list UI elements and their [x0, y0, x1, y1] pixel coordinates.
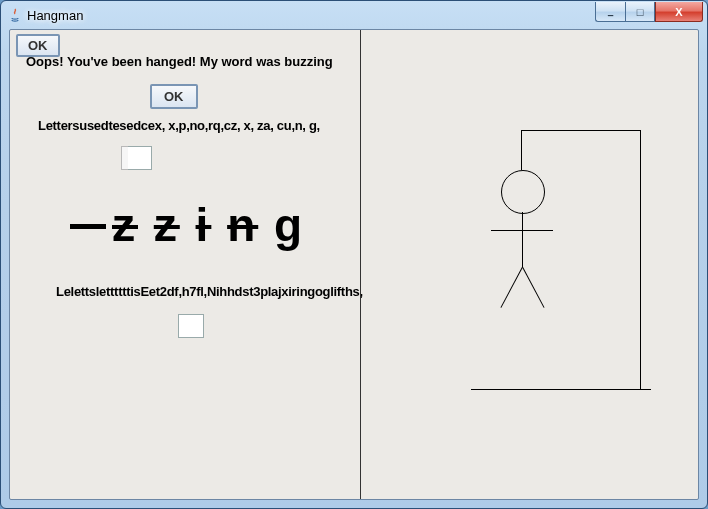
minimize-button[interactable]: –: [595, 2, 625, 22]
app-window: Hangman – □ X OK Oops! You've been hange…: [0, 0, 708, 509]
gallows-rope: [521, 130, 522, 170]
word-slot: i: [196, 199, 212, 251]
gallows-post: [640, 130, 641, 390]
letters-used-label-1: Lettersusedtesedcex, x,p,no,rq,cz, x, za…: [38, 118, 320, 133]
window-controls: – □ X: [595, 2, 703, 22]
window-title: Hangman: [27, 8, 83, 23]
word-slot: g: [274, 199, 305, 251]
word-slot: n: [227, 199, 258, 251]
right-pane: [361, 30, 698, 499]
left-pane: Oops! You've been hanged! My word was bu…: [10, 30, 360, 499]
letters-used-label-2: LelettslettttttisEet2df,h7fl,Nihhdst3pla…: [56, 284, 363, 299]
hangman-arms: [491, 230, 553, 231]
word-slot: z: [112, 199, 138, 251]
client-area: OK Oops! You've been hanged! My word was…: [9, 29, 699, 500]
guess-input-2[interactable]: [178, 314, 204, 338]
gallows-beam: [521, 130, 641, 131]
close-button[interactable]: X: [655, 2, 703, 22]
titlebar[interactable]: Hangman – □ X: [1, 1, 707, 29]
java-icon: [7, 7, 23, 23]
game-over-message: Oops! You've been hanged! My word was bu…: [26, 54, 333, 69]
hangman-leg-right: [522, 267, 544, 308]
word-display: z z i n g: [70, 198, 305, 252]
hangman-head: [501, 170, 545, 214]
hangman-body: [522, 212, 523, 267]
hangman-leg-left: [500, 267, 522, 308]
ok-button[interactable]: OK: [150, 84, 198, 109]
word-slot-blank: [70, 224, 106, 229]
maximize-button[interactable]: □: [625, 2, 655, 22]
guess-input-1[interactable]: [126, 146, 152, 170]
hangman-drawing: [411, 90, 641, 390]
word-slot: z: [154, 199, 180, 251]
gallows-base: [471, 389, 651, 390]
